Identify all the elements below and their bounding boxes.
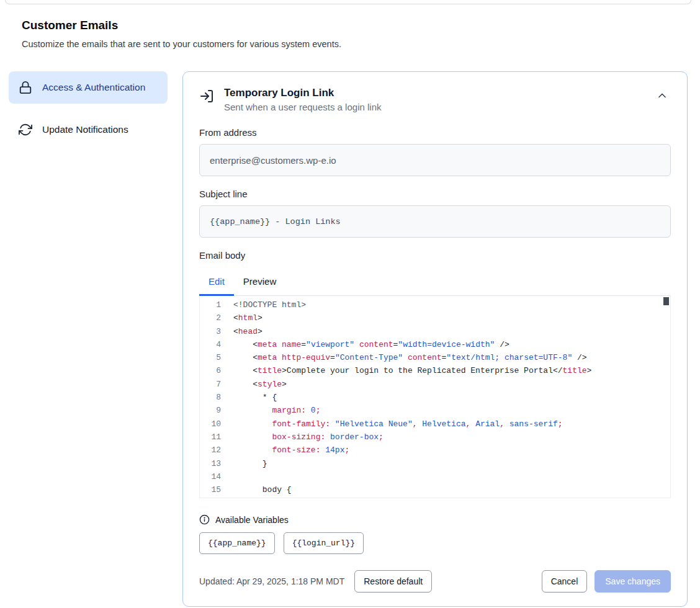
variable-chip-app-name[interactable]: {{app_name}} — [199, 532, 275, 554]
email-body-label: Email body — [199, 250, 671, 261]
editor-scrollbar-thumb[interactable] — [663, 297, 669, 305]
chevron-up-icon — [656, 89, 668, 104]
login-icon — [199, 89, 214, 104]
code-editor[interactable]: 12345678910111213141516 <!DOCTYPE html><… — [199, 296, 671, 498]
cancel-button[interactable]: Cancel — [542, 570, 588, 592]
editor-gutter: 12345678910111213141516 — [200, 296, 230, 498]
main-layout: Access & Authentication Update Notificat… — [9, 71, 688, 607]
tab-edit[interactable]: Edit — [199, 269, 234, 296]
restore-default-button[interactable]: Restore default — [354, 570, 432, 592]
email-settings-card: Temporary Login Link Sent when a user re… — [182, 71, 688, 607]
info-icon — [199, 514, 210, 525]
card-header: Temporary Login Link Sent when a user re… — [199, 87, 671, 112]
lock-icon — [19, 81, 32, 94]
collapse-button[interactable] — [653, 87, 671, 106]
card-header-text: Temporary Login Link Sent when a user re… — [224, 87, 381, 112]
top-divider — [5, 0, 691, 4]
card-footer: Updated: Apr 29, 2025, 1:18 PM MDT Resto… — [199, 570, 671, 592]
variable-chip-login-url[interactable]: {{login_url}} — [284, 532, 364, 554]
updated-timestamp: Updated: Apr 29, 2025, 1:18 PM MDT — [199, 576, 344, 586]
sidebar-item-update-notifications[interactable]: Update Notifications — [9, 114, 168, 146]
card-subtitle: Sent when a user requests a login link — [224, 102, 381, 112]
variable-chips: {{app_name}} {{login_url}} — [199, 532, 671, 554]
tab-preview[interactable]: Preview — [234, 269, 285, 295]
from-address-input[interactable] — [199, 144, 671, 176]
card-title: Temporary Login Link — [224, 87, 381, 99]
sidebar-item-access-authentication[interactable]: Access & Authentication — [9, 71, 168, 104]
available-variables-label: Available Variables — [215, 515, 289, 525]
editor-tabs: Edit Preview — [199, 269, 671, 296]
sidebar-item-label: Update Notifications — [42, 122, 128, 137]
editor-code[interactable]: <!DOCTYPE html><html><head> <meta name="… — [230, 296, 670, 498]
sidebar-item-label: Access & Authentication — [42, 80, 145, 95]
subject-line-label: Subject line — [199, 189, 671, 199]
page-title: Customer Emails — [22, 19, 700, 32]
save-changes-button[interactable]: Save changes — [595, 570, 671, 592]
page-subtitle: Customize the emails that are sent to yo… — [22, 39, 700, 49]
refresh-icon — [19, 123, 32, 136]
sidebar: Access & Authentication Update Notificat… — [9, 71, 168, 146]
from-address-label: From address — [199, 127, 671, 138]
subject-line-input[interactable] — [199, 205, 671, 238]
available-variables-row: Available Variables — [199, 514, 671, 525]
